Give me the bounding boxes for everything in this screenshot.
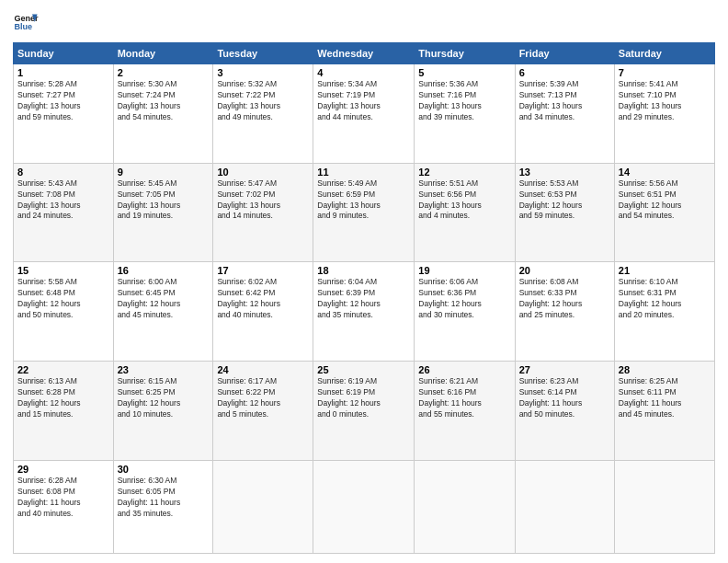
day-info: Sunrise: 6:02 AM Sunset: 6:42 PM Dayligh… bbox=[217, 277, 309, 321]
calendar-cell: 21Sunrise: 6:10 AM Sunset: 6:31 PM Dayli… bbox=[614, 262, 714, 362]
day-info: Sunrise: 6:21 AM Sunset: 6:16 PM Dayligh… bbox=[418, 376, 510, 420]
day-number: 2 bbox=[118, 67, 210, 78]
calendar-cell bbox=[415, 460, 515, 553]
weekday-header-friday: Friday bbox=[515, 43, 614, 64]
day-info: Sunrise: 5:49 AM Sunset: 6:59 PM Dayligh… bbox=[317, 178, 410, 223]
day-info: Sunrise: 5:41 AM Sunset: 7:10 PM Dayligh… bbox=[619, 79, 711, 123]
day-number: 14 bbox=[619, 167, 711, 178]
day-info: Sunrise: 5:56 AM Sunset: 6:51 PM Dayligh… bbox=[619, 178, 711, 223]
day-number: 25 bbox=[317, 364, 410, 375]
calendar-cell: 9Sunrise: 5:45 AM Sunset: 7:05 PM Daylig… bbox=[113, 163, 213, 262]
logo: General Blue bbox=[13, 9, 39, 35]
day-info: Sunrise: 6:04 AM Sunset: 6:39 PM Dayligh… bbox=[317, 277, 410, 321]
day-number: 3 bbox=[217, 67, 309, 78]
day-info: Sunrise: 5:47 AM Sunset: 7:02 PM Dayligh… bbox=[217, 178, 309, 223]
day-info: Sunrise: 5:39 AM Sunset: 7:13 PM Dayligh… bbox=[519, 79, 610, 123]
weekday-header-saturday: Saturday bbox=[614, 43, 714, 64]
calendar-cell bbox=[213, 460, 313, 553]
day-info: Sunrise: 5:30 AM Sunset: 7:24 PM Dayligh… bbox=[118, 79, 210, 123]
week-row-5: 29Sunrise: 6:28 AM Sunset: 6:08 PM Dayli… bbox=[14, 460, 715, 553]
calendar-cell: 1Sunrise: 5:28 AM Sunset: 7:27 PM Daylig… bbox=[14, 64, 114, 164]
day-info: Sunrise: 6:19 AM Sunset: 6:19 PM Dayligh… bbox=[317, 376, 410, 420]
header: General Blue bbox=[13, 9, 715, 35]
day-info: Sunrise: 5:32 AM Sunset: 7:22 PM Dayligh… bbox=[217, 79, 309, 123]
day-number: 17 bbox=[217, 265, 309, 276]
calendar-cell: 16Sunrise: 6:00 AM Sunset: 6:45 PM Dayli… bbox=[113, 262, 213, 362]
day-number: 6 bbox=[519, 67, 610, 78]
calendar-cell: 18Sunrise: 6:04 AM Sunset: 6:39 PM Dayli… bbox=[313, 262, 415, 362]
calendar-cell: 10Sunrise: 5:47 AM Sunset: 7:02 PM Dayli… bbox=[213, 163, 313, 262]
calendar-cell: 30Sunrise: 6:30 AM Sunset: 6:05 PM Dayli… bbox=[113, 460, 213, 553]
day-info: Sunrise: 6:06 AM Sunset: 6:36 PM Dayligh… bbox=[418, 277, 510, 321]
day-info: Sunrise: 5:36 AM Sunset: 7:16 PM Dayligh… bbox=[418, 79, 510, 123]
day-info: Sunrise: 5:58 AM Sunset: 6:48 PM Dayligh… bbox=[17, 277, 109, 321]
week-row-2: 8Sunrise: 5:43 AM Sunset: 7:08 PM Daylig… bbox=[14, 163, 715, 262]
weekday-header-row: SundayMondayTuesdayWednesdayThursdayFrid… bbox=[14, 43, 715, 64]
calendar-cell bbox=[614, 460, 714, 553]
calendar-cell: 23Sunrise: 6:15 AM Sunset: 6:25 PM Dayli… bbox=[113, 362, 213, 461]
calendar-cell: 19Sunrise: 6:06 AM Sunset: 6:36 PM Dayli… bbox=[415, 262, 515, 362]
calendar-cell: 14Sunrise: 5:56 AM Sunset: 6:51 PM Dayli… bbox=[614, 163, 714, 262]
week-row-4: 22Sunrise: 6:13 AM Sunset: 6:28 PM Dayli… bbox=[14, 362, 715, 461]
day-number: 21 bbox=[619, 265, 711, 276]
day-number: 13 bbox=[519, 167, 610, 178]
weekday-header-monday: Monday bbox=[113, 43, 213, 64]
calendar-cell: 29Sunrise: 6:28 AM Sunset: 6:08 PM Dayli… bbox=[14, 460, 114, 553]
calendar-cell bbox=[515, 460, 614, 553]
day-number: 18 bbox=[317, 265, 410, 276]
day-number: 11 bbox=[317, 167, 410, 178]
day-number: 28 bbox=[619, 364, 711, 375]
day-number: 24 bbox=[217, 364, 309, 375]
calendar-cell: 4Sunrise: 5:34 AM Sunset: 7:19 PM Daylig… bbox=[313, 64, 415, 164]
calendar-cell: 17Sunrise: 6:02 AM Sunset: 6:42 PM Dayli… bbox=[213, 262, 313, 362]
calendar-cell: 5Sunrise: 5:36 AM Sunset: 7:16 PM Daylig… bbox=[415, 64, 515, 164]
page: General Blue SundayMondayTuesdayWednesda… bbox=[0, 0, 728, 563]
day-info: Sunrise: 6:30 AM Sunset: 6:05 PM Dayligh… bbox=[118, 476, 210, 520]
calendar-cell: 27Sunrise: 6:23 AM Sunset: 6:14 PM Dayli… bbox=[515, 362, 614, 461]
calendar-cell: 25Sunrise: 6:19 AM Sunset: 6:19 PM Dayli… bbox=[313, 362, 415, 461]
day-number: 19 bbox=[418, 265, 510, 276]
logo-icon: General Blue bbox=[13, 9, 39, 35]
day-number: 26 bbox=[418, 364, 510, 375]
day-number: 9 bbox=[118, 167, 210, 178]
day-number: 12 bbox=[418, 167, 510, 178]
day-info: Sunrise: 6:23 AM Sunset: 6:14 PM Dayligh… bbox=[519, 376, 610, 420]
calendar-cell: 12Sunrise: 5:51 AM Sunset: 6:56 PM Dayli… bbox=[415, 163, 515, 262]
calendar-cell: 28Sunrise: 6:25 AM Sunset: 6:11 PM Dayli… bbox=[614, 362, 714, 461]
day-number: 27 bbox=[519, 364, 610, 375]
svg-text:Blue: Blue bbox=[14, 22, 32, 31]
day-info: Sunrise: 5:28 AM Sunset: 7:27 PM Dayligh… bbox=[17, 79, 109, 123]
day-info: Sunrise: 5:45 AM Sunset: 7:05 PM Dayligh… bbox=[118, 178, 210, 223]
day-number: 15 bbox=[17, 265, 109, 276]
day-info: Sunrise: 6:28 AM Sunset: 6:08 PM Dayligh… bbox=[17, 476, 109, 520]
day-number: 8 bbox=[17, 167, 109, 178]
calendar-cell: 15Sunrise: 5:58 AM Sunset: 6:48 PM Dayli… bbox=[14, 262, 114, 362]
calendar-cell: 3Sunrise: 5:32 AM Sunset: 7:22 PM Daylig… bbox=[213, 64, 313, 164]
calendar-table: SundayMondayTuesdayWednesdayThursdayFrid… bbox=[13, 42, 715, 554]
day-info: Sunrise: 6:08 AM Sunset: 6:33 PM Dayligh… bbox=[519, 277, 610, 321]
day-info: Sunrise: 6:15 AM Sunset: 6:25 PM Dayligh… bbox=[118, 376, 210, 420]
day-number: 29 bbox=[17, 464, 109, 475]
day-number: 1 bbox=[17, 67, 109, 78]
day-info: Sunrise: 5:51 AM Sunset: 6:56 PM Dayligh… bbox=[418, 178, 510, 223]
day-number: 22 bbox=[17, 364, 109, 375]
calendar-cell: 11Sunrise: 5:49 AM Sunset: 6:59 PM Dayli… bbox=[313, 163, 415, 262]
day-number: 16 bbox=[118, 265, 210, 276]
weekday-header-tuesday: Tuesday bbox=[213, 43, 313, 64]
calendar-cell: 13Sunrise: 5:53 AM Sunset: 6:53 PM Dayli… bbox=[515, 163, 614, 262]
weekday-header-wednesday: Wednesday bbox=[313, 43, 415, 64]
calendar-cell: 2Sunrise: 5:30 AM Sunset: 7:24 PM Daylig… bbox=[113, 64, 213, 164]
weekday-header-sunday: Sunday bbox=[14, 43, 114, 64]
week-row-1: 1Sunrise: 5:28 AM Sunset: 7:27 PM Daylig… bbox=[14, 64, 715, 164]
day-info: Sunrise: 5:34 AM Sunset: 7:19 PM Dayligh… bbox=[317, 79, 410, 123]
calendar-cell: 6Sunrise: 5:39 AM Sunset: 7:13 PM Daylig… bbox=[515, 64, 614, 164]
calendar-cell: 22Sunrise: 6:13 AM Sunset: 6:28 PM Dayli… bbox=[14, 362, 114, 461]
calendar-cell: 24Sunrise: 6:17 AM Sunset: 6:22 PM Dayli… bbox=[213, 362, 313, 461]
calendar-cell: 26Sunrise: 6:21 AM Sunset: 6:16 PM Dayli… bbox=[415, 362, 515, 461]
calendar-cell bbox=[313, 460, 415, 553]
day-number: 10 bbox=[217, 167, 309, 178]
day-info: Sunrise: 5:53 AM Sunset: 6:53 PM Dayligh… bbox=[519, 178, 610, 223]
day-info: Sunrise: 6:25 AM Sunset: 6:11 PM Dayligh… bbox=[619, 376, 711, 420]
week-row-3: 15Sunrise: 5:58 AM Sunset: 6:48 PM Dayli… bbox=[14, 262, 715, 362]
day-info: Sunrise: 5:43 AM Sunset: 7:08 PM Dayligh… bbox=[17, 178, 109, 223]
